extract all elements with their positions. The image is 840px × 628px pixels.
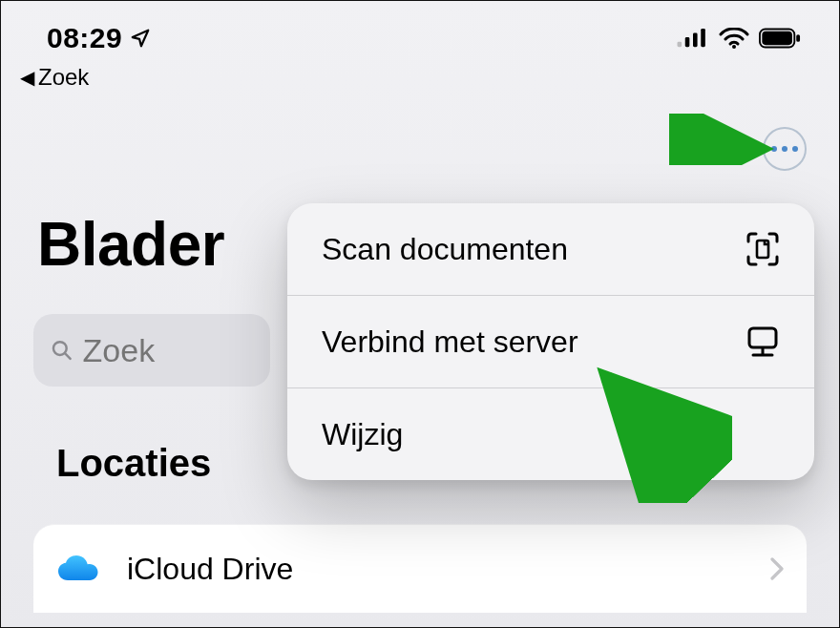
menu-item-label: Wijzig: [322, 417, 403, 452]
search-input[interactable]: [83, 332, 253, 369]
location-label: iCloud Drive: [127, 552, 749, 587]
more-button[interactable]: [763, 127, 807, 171]
search-icon: [51, 337, 74, 364]
locations-list: iCloud Drive: [33, 524, 807, 613]
svg-rect-10: [757, 241, 768, 258]
svg-rect-0: [678, 42, 682, 47]
page-title: Blader: [37, 209, 224, 280]
svg-rect-2: [693, 33, 698, 48]
location-icloud-drive[interactable]: iCloud Drive: [33, 525, 807, 613]
cellular-icon: [677, 28, 709, 49]
svg-rect-11: [749, 328, 776, 347]
status-left: 08:29: [47, 22, 151, 54]
status-bar: 08:29: [1, 1, 839, 58]
locations-header[interactable]: Locaties: [56, 442, 211, 485]
menu-item-label: Scan documenten: [322, 232, 568, 267]
location-icon: [130, 28, 151, 49]
menu-edit[interactable]: Wijzig: [287, 388, 814, 480]
status-time: 08:29: [47, 22, 122, 54]
annotation-arrow: [669, 114, 774, 165]
back-link[interactable]: ◀ Zoek: [1, 58, 839, 91]
svg-rect-1: [685, 37, 690, 47]
svg-rect-3: [701, 29, 705, 47]
battery-icon: [759, 28, 801, 49]
document-scan-icon: [744, 230, 782, 268]
menu-scan-documents[interactable]: Scan documenten: [287, 203, 814, 295]
wifi-icon: [719, 28, 749, 49]
icloud-icon: [51, 541, 106, 597]
menu-connect-server[interactable]: Verbind met server: [287, 296, 814, 387]
back-label: Zoek: [38, 64, 89, 91]
server-icon: [744, 323, 782, 361]
search-field[interactable]: [33, 314, 270, 387]
chevron-right-icon: [770, 557, 784, 580]
svg-rect-6: [762, 31, 792, 45]
actions-menu: Scan documenten Verbind met server Wijzi…: [287, 203, 814, 480]
menu-item-label: Verbind met server: [322, 324, 578, 360]
svg-point-4: [732, 45, 736, 49]
status-right: [677, 28, 808, 49]
ellipsis-icon: [771, 146, 798, 152]
svg-rect-7: [796, 34, 800, 42]
svg-line-9: [65, 353, 70, 358]
back-caret-icon: ◀: [20, 66, 34, 89]
